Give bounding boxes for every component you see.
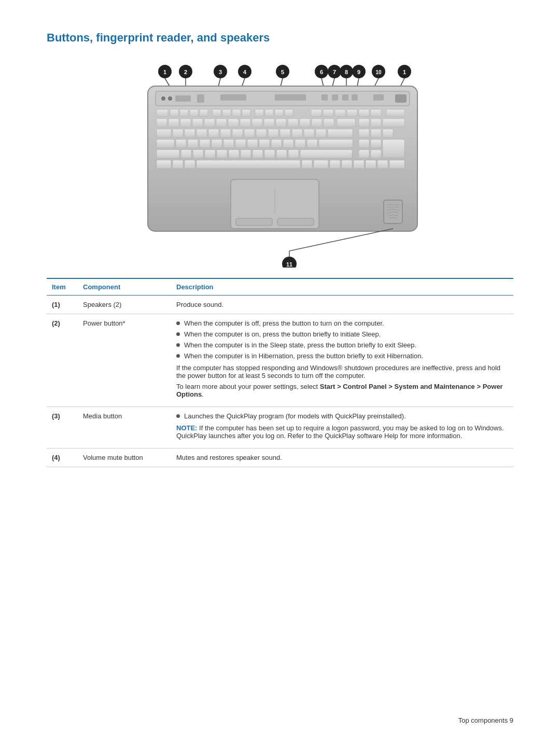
svg-rect-52 [371,109,381,117]
bullet-item: When the computer is in the Sleep state,… [176,341,508,349]
col-header-description: Description [171,278,513,296]
keyboard-diagram-container: 1 2 3 4 5 6 7 8 9 10 1 [47,60,513,268]
svg-rect-125 [197,160,300,168]
svg-rect-133 [389,160,404,168]
svg-rect-26 [220,94,246,101]
svg-rect-60 [228,119,239,127]
svg-rect-53 [386,109,404,117]
svg-text:10: 10 [375,69,382,75]
svg-rect-84 [292,129,302,137]
svg-rect-82 [268,129,278,137]
svg-rect-127 [314,160,328,168]
svg-rect-56 [180,119,191,127]
description-cell: Launches the QuickPlay program (for mode… [171,407,513,448]
svg-rect-61 [240,119,250,127]
svg-rect-50 [347,109,357,117]
svg-rect-44 [265,109,273,117]
svg-rect-123 [173,160,183,168]
svg-rect-90 [383,129,393,137]
svg-rect-99 [259,139,270,148]
svg-rect-88 [359,129,369,137]
svg-rect-36 [180,109,188,117]
svg-rect-101 [283,139,293,148]
component-name: Power button* [78,314,171,407]
svg-rect-96 [223,139,234,148]
svg-rect-32 [373,94,384,101]
svg-rect-121 [371,150,381,158]
svg-text:11: 11 [286,261,292,268]
table-row: (1) Speakers (2) Produce sound. [47,296,513,314]
note-para: NOTE: If the computer has been set up to… [176,424,508,440]
svg-rect-64 [276,119,286,127]
svg-rect-28 [321,94,328,101]
bullet-text: Launches the QuickPlay program (for mode… [184,412,406,420]
item-number: (1) [47,296,78,314]
fn-key-row [157,109,404,117]
bullet-list: When the computer is off, press the butt… [176,319,508,360]
svg-rect-43 [255,109,263,117]
svg-rect-95 [212,139,222,148]
svg-rect-76 [197,129,207,137]
svg-rect-31 [352,94,358,101]
svg-rect-105 [359,139,369,148]
svg-rect-103 [307,139,317,148]
svg-rect-119 [300,150,352,158]
svg-rect-113 [229,150,239,158]
svg-text:6: 6 [320,69,323,75]
bullet-item: When the computer is on, press the butto… [176,330,508,338]
svg-rect-69 [337,119,355,127]
extra-para-2: To learn more about your power settings,… [176,383,508,398]
touchpad-right-button [277,218,314,226]
svg-rect-129 [342,160,352,168]
svg-rect-104 [319,139,353,148]
svg-rect-120 [359,150,369,158]
table-header-row: Item Component Description [47,278,513,296]
bullet-text: When the computer is in Hibernation, pre… [184,352,423,360]
svg-rect-45 [275,109,283,117]
svg-text:3: 3 [219,69,222,75]
svg-rect-67 [312,119,322,127]
svg-rect-100 [271,139,282,148]
svg-rect-117 [276,150,287,158]
svg-rect-131 [366,160,376,168]
svg-rect-71 [371,119,381,127]
svg-rect-41 [232,109,241,117]
svg-rect-89 [371,129,381,137]
svg-rect-24 [175,95,191,102]
svg-text:1: 1 [163,69,166,75]
svg-rect-116 [264,150,275,158]
zxcv-row [157,150,381,158]
svg-rect-25 [197,94,204,103]
bullet-dot [176,321,180,325]
svg-rect-63 [264,119,274,127]
table-row: (2) Power button* When the computer is o… [47,314,513,407]
svg-rect-27 [275,94,306,101]
svg-rect-37 [190,109,198,117]
svg-rect-122 [157,160,171,168]
bullet-text: When the computer is in the Sleep state,… [184,341,416,349]
svg-rect-30 [342,94,348,101]
svg-rect-114 [241,150,251,158]
extra-para-1: If the computer has stopped responding a… [176,364,508,379]
item-number: (4) [47,448,78,467]
bullet-list: Launches the QuickPlay program (for mode… [176,412,508,420]
svg-rect-40 [222,109,231,117]
svg-text:2: 2 [184,69,187,75]
item-number: (3) [47,407,78,448]
svg-rect-49 [335,109,345,117]
svg-rect-34 [157,109,168,117]
svg-rect-118 [288,150,299,158]
svg-rect-93 [188,139,198,148]
svg-rect-38 [200,109,208,117]
item-number: (2) [47,314,78,407]
svg-rect-86 [316,129,326,137]
keyboard-diagram-svg: 1 2 3 4 5 6 7 8 9 10 1 [109,60,451,268]
bullet-text: When the computer is on, press the butto… [184,330,381,338]
number-key-row [157,119,404,127]
svg-rect-59 [216,119,227,127]
bullet-item: When the computer is off, press the butt… [176,319,508,327]
svg-rect-80 [244,129,255,137]
svg-rect-130 [354,160,364,168]
svg-rect-110 [193,150,203,158]
svg-rect-29 [332,94,338,101]
